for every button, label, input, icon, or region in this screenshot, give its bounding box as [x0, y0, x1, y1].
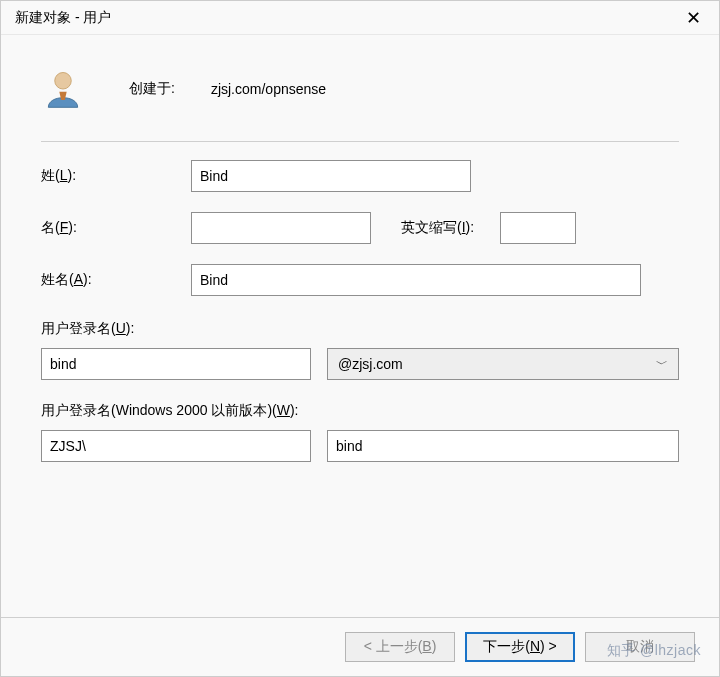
surname-label: 姓(L): — [41, 167, 191, 185]
initials-label: 英文缩写(I): — [401, 219, 474, 237]
dialog-content: 创建于: zjsj.com/opnsense 姓(L): 名(F): 英文缩写(… — [1, 35, 719, 617]
given-name-input[interactable] — [191, 212, 371, 244]
header-row: 创建于: zjsj.com/opnsense — [41, 57, 679, 121]
domain-suffix-value: @zjsj.com — [338, 356, 403, 372]
surname-input[interactable] — [191, 160, 471, 192]
pre-win2k-domain-prefix: ZJSJ\ — [41, 430, 311, 462]
full-name-label: 姓名(A): — [41, 271, 191, 289]
user-icon — [41, 67, 85, 111]
pre-win2k-row: ZJSJ\ — [41, 430, 679, 462]
pre-win2k-label: 用户登录名(Windows 2000 以前版本)(W): — [41, 402, 679, 420]
created-in-label: 创建于: — [129, 80, 175, 98]
pre-win2k-logon-input[interactable] — [327, 430, 679, 462]
cancel-button[interactable]: 取消 — [585, 632, 695, 662]
initials-input[interactable] — [500, 212, 576, 244]
given-name-label: 名(F): — [41, 219, 191, 237]
name-grid: 姓(L): 名(F): 英文缩写(I): 姓名(A): — [41, 160, 679, 296]
chevron-down-icon: ﹀ — [656, 356, 668, 373]
back-button: < 上一步(B) — [345, 632, 455, 662]
logon-name-input[interactable] — [41, 348, 311, 380]
dialog-window: 新建对象 - 用户 ✕ 创建于: zjsj.com/opnsense 姓(L):… — [0, 0, 720, 677]
titlebar: 新建对象 - 用户 ✕ — [1, 1, 719, 35]
logon-name-label: 用户登录名(U): — [41, 320, 679, 338]
full-name-input[interactable] — [191, 264, 641, 296]
domain-suffix-select[interactable]: @zjsj.com ﹀ — [327, 348, 679, 380]
footer: < 上一步(B) 下一步(N) > 取消 知乎 @lhzjack — [1, 618, 719, 676]
svg-point-0 — [55, 73, 72, 90]
separator — [41, 141, 679, 142]
close-icon[interactable]: ✕ — [677, 7, 709, 29]
created-in-value: zjsj.com/opnsense — [211, 81, 326, 97]
next-button[interactable]: 下一步(N) > — [465, 632, 575, 662]
logon-name-row: @zjsj.com ﹀ — [41, 348, 679, 380]
window-title: 新建对象 - 用户 — [15, 9, 111, 27]
